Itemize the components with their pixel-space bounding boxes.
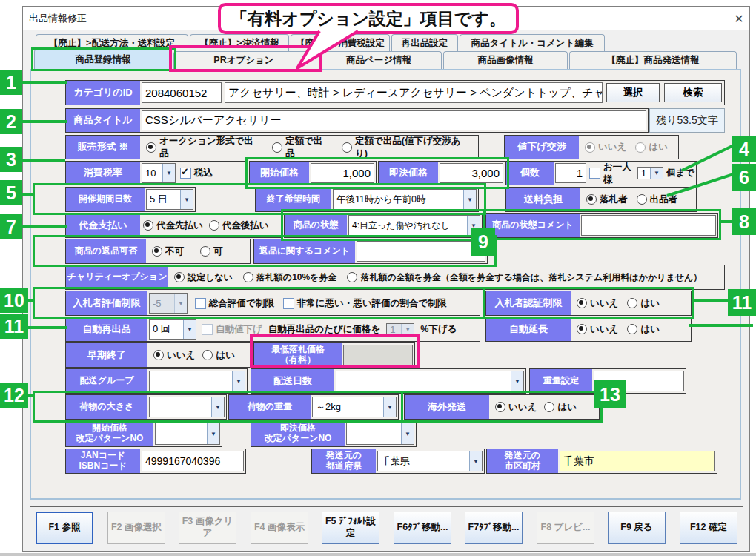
- radio-return-no[interactable]: 不可: [152, 245, 184, 258]
- radio-overseas-no[interactable]: いいえ: [495, 401, 537, 414]
- shipping-group-row: 配送グループ: [65, 368, 248, 394]
- auto-relist-count-select[interactable]: 0 回: [149, 319, 196, 340]
- start-price-input[interactable]: 1,000: [311, 163, 374, 183]
- condition-select[interactable]: 4:目立った傷や汚れなし: [348, 215, 480, 236]
- radio-dot: [627, 298, 637, 308]
- end-time-select[interactable]: 午後11時から午前0時: [333, 189, 477, 210]
- radio-label: 落札額の全額を募金（全額を募金する場合は、落札システム利用料はかかりません）: [360, 271, 702, 284]
- f7-tab-move-button[interactable]: F7ﾀﾌﾞ移動...: [465, 512, 523, 544]
- radio-fixed-price[interactable]: 定額で出品: [272, 135, 331, 160]
- tax-rate-select[interactable]: 10: [142, 163, 176, 183]
- checkbox-auto-discount[interactable]: 自動値下げ: [202, 323, 262, 336]
- f1-browse-button[interactable]: F1 参照: [36, 512, 93, 544]
- label-line2: ISBNコード: [79, 461, 127, 471]
- category-search-button[interactable]: 検索: [664, 83, 722, 102]
- connector-line-11b: [689, 324, 753, 327]
- ship-from-pref-select[interactable]: 千葉県: [377, 451, 483, 471]
- marker-2: 2: [0, 109, 22, 134]
- f6-tab-move-button[interactable]: F6ﾀﾌﾞ移動...: [394, 512, 451, 544]
- shipping-days-select[interactable]: [336, 371, 524, 391]
- radio-charity-all[interactable]: 落札額の全額を募金（全額を募金する場合は、落札システム利用料はかかりません）: [347, 271, 702, 284]
- checkbox-overall-rating-limit[interactable]: 総合評価で制限: [195, 297, 274, 310]
- category-select-button[interactable]: 選択: [606, 83, 660, 102]
- radio-auth-yes[interactable]: はい: [627, 297, 660, 310]
- start-price-pattern-label: 開始価格改定パターンNO: [66, 421, 153, 446]
- package-size-select[interactable]: [149, 397, 225, 417]
- shipping-days-row: 配送日数: [251, 368, 526, 394]
- auto-relist-row: 自動再出品 0 回 自動値下げ 自動再出品のたびに価格を 1 %下げる: [65, 317, 480, 342]
- radio-auth-no[interactable]: いいえ: [577, 297, 618, 310]
- category-id-input[interactable]: 2084060152: [142, 82, 222, 103]
- bid-rating-limit-row: 入札者評価制限 -5 総合評価で制限 非常に悪い・悪い評価の割合で制限: [65, 291, 480, 316]
- per-person-count-select[interactable]: 1: [637, 167, 663, 179]
- radio-ext-no[interactable]: いいえ: [577, 323, 618, 336]
- checkbox-per-person[interactable]: お一人様: [589, 161, 634, 186]
- radio-charity-10pct[interactable]: 落札額の10%を募金: [243, 271, 337, 284]
- tab-title-comment-edit[interactable]: 商品タイトル・コメント編集: [460, 34, 605, 51]
- checkbox-bad-rating-ratio-limit[interactable]: 非常に悪い・悪い評価の割合で制限: [283, 297, 446, 310]
- quantity-input[interactable]: 1: [555, 163, 586, 183]
- radio-charity-none[interactable]: 設定しない: [174, 271, 233, 284]
- jan-code-label: JANコードISBNコード: [66, 449, 140, 473]
- radio-nego-yes[interactable]: はい: [635, 141, 668, 153]
- tab-product-image-info[interactable]: 商品画像情報: [443, 51, 568, 69]
- sales-format-label: 販売形式 ※: [66, 136, 140, 159]
- quantity-row: 個数 1 お一人様 1 個まで: [505, 161, 697, 185]
- radio-fixed-price-nego[interactable]: 定額で出品(値下げ交渉あり): [342, 135, 472, 160]
- close-icon[interactable]: ✕: [731, 10, 747, 27]
- overseas-shipping-row: 海外発送 いいえ はい: [404, 394, 600, 420]
- buyout-price-input[interactable]: 3,000: [440, 163, 503, 183]
- radio-fee-winner[interactable]: 落札者: [586, 193, 628, 206]
- ship-from-city-input[interactable]: 千葉市: [560, 451, 715, 471]
- jan-code-row: JANコードISBNコード 4999167040396: [65, 449, 246, 474]
- product-title-label: 商品タイトル: [66, 109, 140, 132]
- separator-line: [30, 506, 743, 507]
- label-line2: 都道府県: [326, 461, 362, 471]
- radio-label: いいえ: [508, 401, 537, 414]
- radio-return-yes[interactable]: 可: [200, 245, 223, 258]
- radio-label: はい: [640, 297, 660, 310]
- rating-threshold-select[interactable]: -5: [149, 293, 188, 314]
- tab-relist-settings[interactable]: 再出品設定: [391, 34, 458, 51]
- radio-auction-format[interactable]: オークション形式で出品: [146, 135, 262, 160]
- radio-pay-after[interactable]: 代金後払い: [209, 219, 269, 232]
- product-title-input[interactable]: CSSシルバーアクセサリー: [142, 110, 646, 130]
- radio-label: いいえ: [590, 323, 618, 336]
- f5-default-settings-button[interactable]: F5 ﾃﾞﾌｫﾙﾄ設定: [322, 512, 379, 544]
- selected-value: 4:目立った傷や汚れなし: [349, 219, 450, 232]
- package-weight-select[interactable]: ～2kg: [312, 397, 397, 417]
- tab-haishi-product-shipping[interactable]: 【廃止】商品発送情報: [569, 51, 737, 69]
- radio-early-yes[interactable]: はい: [202, 349, 235, 362]
- shipping-group-select[interactable]: [149, 371, 245, 391]
- checkbox-box: [180, 168, 191, 179]
- buyout-price-pattern-select[interactable]: [346, 423, 414, 445]
- weight-setting-label: 重量設定: [530, 369, 592, 393]
- jan-code-input[interactable]: 4999167040396: [142, 451, 244, 471]
- payment-row: 代金支払い 代金先払い 代金後払い: [65, 213, 282, 238]
- return-comment-input[interactable]: [357, 241, 485, 262]
- tab-product-registration[interactable]: 商品登録情報: [34, 49, 172, 69]
- radio-label: 落札者: [600, 193, 628, 206]
- product-title-row: 商品タイトル CSSシルバーアクセサリー: [65, 108, 649, 133]
- start-price-pattern-select[interactable]: [155, 423, 220, 445]
- radio-pay-before[interactable]: 代金先払い: [143, 219, 203, 232]
- relist-discount-pct-select[interactable]: 1: [386, 323, 414, 336]
- condition-comment-input[interactable]: [581, 215, 716, 236]
- radio-label: はい: [640, 323, 660, 336]
- radio-dot: [585, 142, 595, 153]
- f9-back-button[interactable]: F9 戻る: [608, 512, 666, 544]
- checkbox-tax-included[interactable]: 税込: [180, 167, 213, 179]
- checkbox-box: [283, 298, 294, 309]
- f12-confirm-button[interactable]: F12 確定: [680, 512, 737, 544]
- label-line2: 改定パターンNO: [265, 434, 332, 444]
- radio-ext-yes[interactable]: はい: [627, 323, 660, 336]
- buyout-price-pattern-row: 即決価格改定パターンNO: [251, 420, 417, 447]
- radio-overseas-yes[interactable]: はい: [544, 401, 577, 414]
- radio-early-no[interactable]: いいえ: [153, 349, 195, 362]
- duration-select[interactable]: 5 日: [146, 189, 193, 210]
- checkbox-label: 総合評価で制限: [209, 297, 274, 310]
- tab-haishi-payment[interactable]: 【廃止】>決済情報: [190, 34, 289, 51]
- min-winning-price-input[interactable]: [343, 345, 413, 365]
- radio-nego-no[interactable]: いいえ: [585, 141, 626, 153]
- radio-dot: [577, 324, 587, 334]
